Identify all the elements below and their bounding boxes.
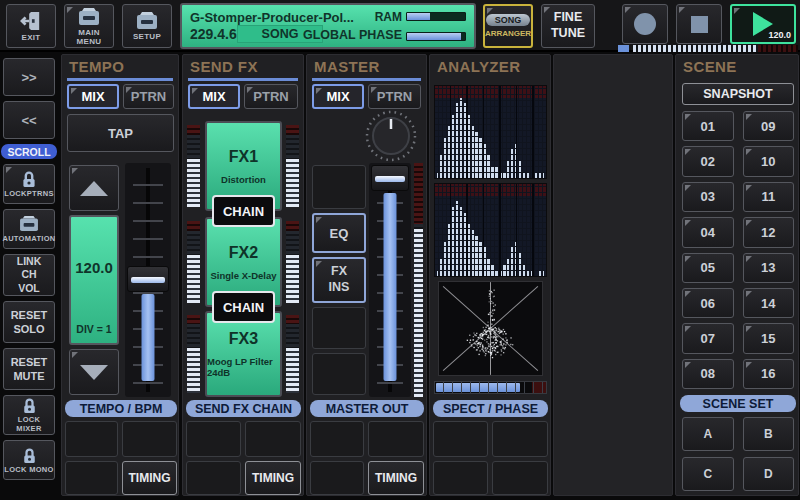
tempo-fader-handle[interactable] [127,266,168,292]
scene-slot-16[interactable]: 16 [743,359,795,389]
scene-slot-05[interactable]: 05 [682,253,734,283]
scene-slot-02[interactable]: 02 [682,146,734,176]
setup-label: SETUP [133,32,161,41]
record-button[interactable] [622,4,668,44]
analyzer-slot-button[interactable] [492,461,548,495]
scene-slot-04[interactable]: 04 [682,217,734,247]
tempo-ptrn-tab[interactable]: PTRN [123,84,174,109]
scene-slot-11[interactable]: 11 [743,182,795,212]
fine-tune-button[interactable]: FINE TUNE [541,4,595,48]
exit-button[interactable]: EXIT [6,4,56,48]
reset-mute-label: RESET MUTE [11,355,48,384]
send-fx-slot-button[interactable] [245,421,301,457]
tempo-timing-button[interactable]: TIMING [122,461,177,495]
scene-bank-b[interactable]: B [743,417,795,451]
tempo-slot-button[interactable] [65,461,118,495]
fx-chain-button-1[interactable]: CHAIN [212,195,275,227]
scene-slot-08[interactable]: 08 [682,359,734,389]
master-slot-button[interactable] [312,165,366,209]
master-fader[interactable] [369,163,411,397]
send-fx-mix-tab[interactable]: MIX [188,84,240,109]
scene-slot-07[interactable]: 07 [682,323,734,353]
lock-mixer-button[interactable]: LOCK MIXER [3,395,55,435]
fx-chain-button-2[interactable]: CHAIN [212,291,275,323]
setup-button[interactable]: SETUP [122,4,172,48]
play-button[interactable]: 120.0 [730,4,796,44]
main-menu-button[interactable]: MAIN MENU [64,4,114,48]
scene-slot-09[interactable]: 09 [743,111,795,141]
snapshot-button[interactable]: SNAPSHOT [682,83,794,105]
lock-patterns-button[interactable]: LOCKPTRNS [3,164,55,204]
master-mix-tab[interactable]: MIX [312,84,364,109]
reset-mute-button[interactable]: RESET MUTE [3,348,55,390]
master-slot-button[interactable] [312,307,366,349]
send-fx-mix-label: MIX [202,89,225,104]
g-stomper-producer-app: EXIT MAIN MENU SETUP G-Stomper-Producer-… [0,0,800,500]
master-timing-label: TIMING [375,471,417,485]
lock-icon [22,447,37,464]
scene-bank-d[interactable]: D [743,457,795,491]
global-phase-bar [406,32,466,41]
tempo-slot-button[interactable] [65,421,118,457]
bpm-value: 120.0 [71,259,117,276]
master-slot-button[interactable] [310,421,364,457]
automation-button[interactable]: AUTOMATION [3,209,55,249]
mode-arranger-label: ARRANGER [485,29,531,38]
fx-slot-button-fx3[interactable]: FX3Moog LP Filter 24dB [205,311,282,397]
master-fader-handle[interactable] [371,165,409,191]
master-slot-button[interactable] [368,421,424,457]
song-progress-bar[interactable] [633,45,798,52]
scene-slot-15[interactable]: 15 [743,323,795,353]
analyzer-slot-button[interactable] [492,421,548,457]
scroll-back-button[interactable]: << [3,101,55,139]
send-fx-ptrn-tab[interactable]: PTRN [244,84,298,109]
bpm-display[interactable]: 120.0 DIV = 1 [69,215,119,345]
tempo-up-button[interactable] [69,165,119,211]
lock-icon [21,170,37,188]
master-timing-button[interactable]: TIMING [368,461,424,495]
master-fx-insert-button[interactable]: FX INS [312,257,366,303]
scene-bank-a[interactable]: A [682,417,734,451]
tempo-down-button[interactable] [69,349,119,395]
scene-slot-06[interactable]: 06 [682,288,734,318]
tap-tempo-button[interactable]: TAP [67,114,174,152]
reset-solo-button[interactable]: RESET SOLO [3,301,55,343]
master-ptrn-tab[interactable]: PTRN [368,84,421,109]
tempo-slot-button[interactable] [122,421,177,457]
spectrum-analyzer-left[interactable] [434,85,547,179]
fx-level-meter [286,221,299,303]
master-eq-button[interactable]: EQ [312,213,366,253]
send-fx-timing-button[interactable]: TIMING [245,461,301,495]
tempo-mix-tab[interactable]: MIX [67,84,119,109]
master-slot-button[interactable] [310,461,364,495]
analyzer-slot-button[interactable] [433,461,488,495]
tempo-fader[interactable] [125,163,171,397]
send-fx-slot-button[interactable] [186,421,241,457]
fx-level-meter [187,125,200,207]
send-fx-slot-button[interactable] [186,461,241,495]
automation-label: AUTOMATION [2,234,55,243]
spectrum-analyzer-right[interactable] [434,183,547,277]
scroll-mode-pill[interactable]: SCROLL [1,144,57,159]
tempo-mix-label: MIX [81,89,104,104]
lock-mono-button[interactable]: LOCK MONO [3,440,55,480]
scene-bank-grid: ABCD [682,417,794,491]
scene-slot-12[interactable]: 12 [743,217,795,247]
main-lcd-display[interactable]: G-Stomper-Producer-Pol... RAM 229.4.675 … [180,3,476,49]
master-footer-label: MASTER OUT [326,402,409,416]
scene-bank-c[interactable]: C [682,457,734,491]
stop-button[interactable] [676,4,722,44]
scroll-forward-button[interactable]: >> [3,58,55,96]
master-knob[interactable] [363,109,419,163]
scene-slot-13[interactable]: 13 [743,253,795,283]
phase-scope[interactable] [438,281,543,376]
scene-slot-03[interactable]: 03 [682,182,734,212]
scene-slot-10[interactable]: 10 [743,146,795,176]
master-slot-button[interactable] [312,353,366,395]
scene-slot-14[interactable]: 14 [743,288,795,318]
song-arranger-mode-button[interactable]: SONG ARRANGER [483,4,533,48]
link-ch-vol-button[interactable]: LINK CH VOL [3,254,55,296]
scene-slot-01[interactable]: 01 [682,111,734,141]
spectrum-grid [435,86,546,178]
analyzer-slot-button[interactable] [433,421,488,457]
